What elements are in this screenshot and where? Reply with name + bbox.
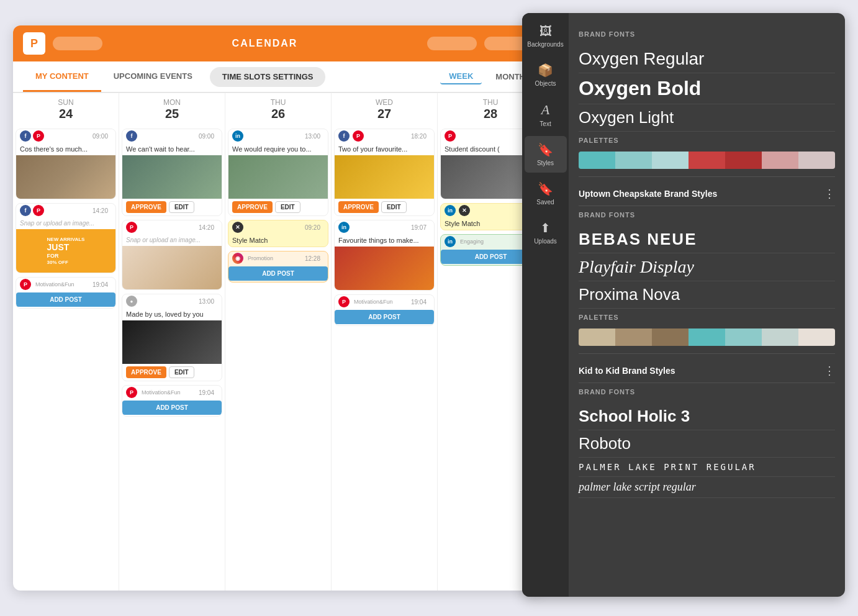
divider-1	[579, 176, 835, 177]
palettes-label-1: PALETTES	[579, 137, 835, 144]
card-wed-1-text: Two of your favourite...	[335, 143, 434, 155]
edit-btn-mon-3[interactable]: EDIT	[169, 366, 194, 378]
swatch-2-7[interactable]	[798, 328, 835, 346]
backgrounds-icon: 🖼	[540, 24, 552, 38]
tab-my-content[interactable]: MY CONTENT	[23, 61, 101, 92]
card-sun-2-social: f P 14:20	[16, 204, 115, 217]
brand-content: BRAND FONTS Oxygen Regular Oxygen Bold O…	[569, 13, 845, 597]
card-wed-2-social: in 19:07	[335, 220, 434, 234]
objects-icon: 📦	[538, 63, 553, 78]
sidebar-objects[interactable]: 📦 Objects	[525, 57, 567, 93]
swatch-1-4[interactable]	[689, 152, 725, 169]
edit-btn-thu26-1[interactable]: EDIT	[275, 201, 300, 213]
card-sun-2: f P 14:20 Snap or upload an image... NEW…	[16, 203, 116, 273]
font-oxygen-regular-text: Oxygen Regular	[579, 49, 704, 68]
swatch-2-4[interactable]	[689, 328, 725, 346]
card-thu26-1-actions: APPROVE EDIT	[228, 199, 328, 215]
approve-btn-mon-3[interactable]: APPROVE	[126, 366, 166, 378]
card-thu26-3-social: ◉ Promotion 12:28	[228, 251, 328, 265]
font-palmer-lake-caps: PALMER LAKE PRINT REGULAR	[579, 458, 835, 477]
sidebar-text[interactable]: A Text	[525, 96, 567, 134]
swatch-1-7[interactable]	[798, 152, 835, 169]
styles-icon: 🔖	[538, 142, 553, 157]
calendar-header: P CALENDAR	[13, 25, 544, 61]
logo[interactable]: P	[23, 32, 45, 55]
li-icon-thu26: in	[232, 130, 243, 142]
pi-icon-mon-4: P	[126, 387, 137, 398]
sidebar-styles[interactable]: 🔖 Styles	[525, 136, 567, 173]
approve-btn-thu26-1[interactable]: APPROVE	[232, 201, 273, 213]
card-wed-1: f P 18:20 Two of your favourite... APPRO…	[334, 129, 435, 216]
sidebar-saved[interactable]: 🔖 Saved	[525, 175, 567, 212]
pi-icon-thu28: P	[445, 130, 456, 142]
pi-icon-mon: P	[126, 222, 137, 233]
facebook-icon: f	[20, 130, 31, 142]
li-icon-thu28: in	[445, 205, 456, 216]
font-oxygen-bold: Oxygen Bold	[579, 73, 835, 104]
card-mon-4-social: P Motivation&Fun 19:04	[122, 386, 222, 399]
brand-fonts-label-3: BRAND FONTS	[579, 388, 835, 396]
sidebar-backgrounds-label: Backgrounds	[527, 41, 563, 48]
edit-btn-mon-1[interactable]: EDIT	[169, 201, 194, 213]
calendar-tabs: MY CONTENT UPCOMING EVENTS TIME SLOTS SE…	[13, 61, 544, 93]
swatch-1-1[interactable]	[579, 152, 615, 169]
generic-icon-mon: ●	[126, 296, 137, 307]
sidebar-uploads[interactable]: ⬆ Uploads	[525, 214, 567, 251]
nav-prev[interactable]	[53, 37, 102, 50]
more-icon-kid[interactable]: ⋮	[824, 364, 835, 378]
swatch-2-5[interactable]	[725, 328, 762, 346]
swatch-2-6[interactable]	[762, 328, 798, 346]
edit-btn-wed-1[interactable]: EDIT	[381, 201, 407, 213]
cal-col-wed: f P 18:20 Two of your favourite... APPRO…	[332, 126, 438, 591]
font-oxygen-light: Oxygen Light	[579, 104, 835, 132]
view-toggle: WEEK MONTH	[440, 69, 534, 84]
calendar-title: CALENDAR	[110, 38, 420, 49]
font-oxygen-regular: Oxygen Regular	[579, 45, 835, 73]
card-wed-1-img	[335, 155, 434, 199]
card-wed-2-img	[335, 247, 434, 290]
swatch-1-3[interactable]	[652, 152, 689, 169]
view-week-btn[interactable]: WEEK	[440, 69, 482, 84]
tab-time-slots[interactable]: TIME SLOTS SETTINGS	[210, 67, 326, 87]
facebook-icon-2: f	[20, 205, 31, 216]
sidebar-styles-label: Styles	[537, 160, 554, 166]
card-thu26-1-social: in 13:00	[228, 129, 328, 143]
swatch-2-3[interactable]	[652, 328, 689, 346]
font-roboto: Roboto	[579, 430, 835, 458]
more-icon-uptown[interactable]: ⋮	[824, 187, 835, 201]
add-post-btn-thu26[interactable]: ADD POST	[228, 266, 328, 281]
uploads-icon: ⬆	[540, 220, 551, 235]
card-sun-2-img: NEW ARRIVALS JUST FOR 30% OFF	[16, 229, 115, 273]
tw-icon-thu26: ✕	[232, 222, 243, 233]
sidebar-backgrounds[interactable]: 🖼 Backgrounds	[525, 18, 567, 54]
tab-upcoming-events[interactable]: UPCOMING EVENTS	[101, 61, 205, 92]
card-thu26-1-img	[228, 155, 328, 199]
add-post-btn-sun[interactable]: ADD POST	[16, 292, 115, 307]
swatch-1-6[interactable]	[762, 152, 798, 169]
sidebar-uploads-label: Uploads	[534, 238, 557, 245]
cal-col-mon: f 09:00 We can't wait to hear... APPROVE…	[119, 126, 225, 591]
li-icon-wed: in	[338, 222, 350, 233]
swatch-1-5[interactable]	[725, 152, 762, 169]
cal-col-thu26: in 13:00 We would require you to... APPR…	[225, 126, 332, 591]
ig-icon-thu26: ◉	[232, 253, 243, 264]
nav-next[interactable]	[427, 37, 477, 50]
add-post-btn-wed[interactable]: ADD POST	[335, 310, 434, 324]
approve-btn-wed-1[interactable]: APPROVE	[338, 201, 379, 213]
card-mon-4: P Motivation&Fun 19:04 ADD POST	[122, 385, 222, 417]
swatch-1-2[interactable]	[615, 152, 652, 169]
approve-btn-mon-1[interactable]: APPROVE	[126, 201, 166, 213]
pi-icon-wed: P	[353, 130, 364, 142]
font-oxygen-light-text: Oxygen Light	[579, 108, 674, 127]
pinterest-icon: P	[33, 130, 44, 142]
swatch-2-1[interactable]	[579, 328, 615, 346]
calendar-panel: P CALENDAR MY CONTENT UPCOMING EVENTS TI…	[13, 25, 544, 591]
col-header-sun: SUN 24	[13, 93, 119, 126]
swatch-2-2[interactable]	[615, 328, 652, 346]
add-post-btn-mon[interactable]: ADD POST	[122, 401, 222, 415]
divider-2	[579, 353, 835, 354]
card-sun-1-social: f P 09:00	[16, 129, 115, 143]
saved-icon: 🔖	[538, 181, 553, 196]
calendar-day-headers: SUN 24 MON 25 THU 26 WED 27 THU 28	[13, 93, 544, 126]
card-thu26-1: in 13:00 We would require you to... APPR…	[228, 129, 328, 216]
